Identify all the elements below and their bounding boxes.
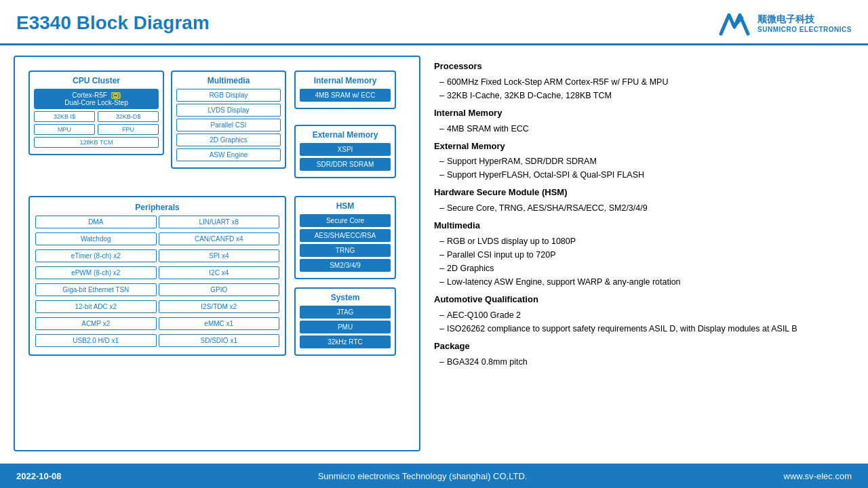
peri-col1-4: Giga-bit Ethernet TSN (35, 283, 157, 296)
cpu-mpu-fpu-row: MPU FPU (34, 124, 159, 135)
mm-spec-1: – Parallel CSI input up to 720P (439, 248, 854, 262)
processors-title: Processors (434, 60, 854, 74)
fpu-cell: FPU (98, 124, 159, 135)
system-title: System (300, 293, 391, 302)
logo-area: 顺微电子科技 SUNMICRO ELECTRONICS (717, 8, 852, 38)
cpu-tcm-row: 128KB TCM (34, 137, 159, 148)
mm-item-2: Parallel CSI (176, 119, 281, 131)
ext-mem-item-1: SDR/DDR SDRAM (300, 158, 391, 171)
package-title: Package (434, 340, 854, 354)
footer-date: 2022-10-08 (16, 471, 62, 481)
mm-item-0: RGB Display (176, 89, 281, 102)
peri-col1-3: ePWM (8-ch) x2 (35, 266, 157, 279)
package-0: – BGA324 0.8mm pitch (439, 355, 854, 369)
internal-memory-title: Internal Memory (300, 76, 391, 85)
peri-col1-1: Watchdog (35, 232, 157, 245)
sunmicro-logo-icon (717, 8, 752, 38)
logo-english-text: SUNMICRO ELECTRONICS (757, 26, 852, 33)
hsm-item-0: Secure Core (300, 214, 391, 227)
link-icon (111, 92, 121, 99)
footer-company: Sunmicro electronics Technology (shangha… (318, 471, 528, 481)
auto-qual-title: Automotive Qualification (434, 293, 854, 307)
peri-col2-3: I2C x4 (159, 266, 280, 279)
internal-mem-item-0: 4MB SRAM w/ ECC (300, 89, 391, 102)
mm-item-4: ASW Engine (176, 148, 281, 161)
cpu-core-label: Cortex-R5F (72, 92, 107, 99)
proc-item-0: – 600MHz Fixed Lock-Step ARM Cortex-R5F … (439, 75, 854, 89)
hsm-item-3: SM2/3/4/9 (300, 259, 391, 272)
peri-col2-1: CAN/CANFD x4 (159, 232, 280, 245)
tcm-cell: 128KB TCM (34, 137, 159, 148)
external-memory-title: External Memory (300, 130, 391, 140)
mm-spec-3: – Low-latency ASW Engine, support WARP &… (439, 275, 854, 289)
logo-text-block: 顺微电子科技 SUNMICRO ELECTRONICS (757, 14, 852, 33)
cpu-lock-step-label: Dual-Core Lock-Step (64, 99, 127, 106)
mm-item-3: 2D Graphics (176, 134, 281, 146)
main-content: CPU Cluster Cortex-R5F Dual-Core Lock-St… (0, 45, 868, 458)
peri-col2-2: SPI x4 (159, 249, 280, 262)
peri-col1-0: DMA (35, 216, 157, 228)
logo-chinese-text: 顺微电子科技 (757, 14, 814, 26)
proc-item-1: – 32KB I-Cache, 32KB D-Cache, 128KB TCM (439, 89, 854, 102)
peri-col2-7: SD/SDIO x1 (159, 334, 280, 347)
system-item-1: PMU (300, 321, 391, 333)
dcache-cell: 32KB-D$ (98, 111, 159, 122)
mm-item-1: LVDS Display (176, 104, 281, 117)
hsm-title: HSM (300, 201, 391, 211)
multimedia-spec-title: Multimedia (434, 219, 854, 233)
multimedia-title: Multimedia (176, 76, 281, 85)
internal-memory-box: Internal Memory 4MB SRAM w/ ECC (294, 70, 396, 109)
ext-mem-spec-0: – Support HyperRAM, SDR/DDR SDRAM (439, 155, 854, 168)
peri-col1-7: USB2.0 H/D x1 (35, 334, 157, 347)
auto-qual-1: – ISO26262 compliance to support safety … (439, 322, 854, 336)
mm-spec-0: – RGB or LVDS display up to 1080P (439, 235, 854, 248)
hsm-item-2: TRNG (300, 244, 391, 257)
cpu-cache-row: 32KB I$ 32KB-D$ (34, 111, 159, 122)
external-memory-spec-title: External Memory (434, 140, 854, 154)
peri-col1-2: eTimer (8-ch) x2 (35, 249, 157, 262)
cpu-cluster-title: CPU Cluster (34, 76, 159, 85)
peri-col2-4: GPIO (159, 283, 280, 296)
cpu-cluster-box: CPU Cluster Cortex-R5F Dual-Core Lock-St… (28, 70, 164, 155)
hsm-item-1: AES/SHA/ECC/RSA (300, 229, 391, 242)
peri-col2-5: I2S/TDM x2 (159, 300, 280, 313)
multimedia-box: Multimedia RGB Display LVDS Display Para… (171, 70, 286, 169)
peri-col2-6: eMMC x1 (159, 317, 280, 330)
internal-memory-spec-title: Internal Memory (434, 106, 854, 121)
hsm-spec-0: – Secure Core, TRNG, AES/SHA/RSA/ECC, SM… (439, 201, 854, 215)
peri-col1-5: 12-bit ADC x2 (35, 300, 157, 313)
int-mem-spec-0: – 4MB SRAM with ECC (439, 122, 854, 136)
header: E3340 Block Diagram 顺微电子科技 SUNMICRO ELEC… (0, 0, 868, 45)
block-diagram: CPU Cluster Cortex-R5F Dual-Core Lock-St… (14, 56, 420, 451)
cpu-core-box: Cortex-R5F Dual-Core Lock-Step (34, 89, 159, 109)
system-item-2: 32kHz RTC (300, 336, 391, 348)
peripherals-title: Peripherals (35, 203, 279, 212)
icache-cell: 32KB I$ (34, 111, 95, 122)
peripherals-grid: DMA LIN/UART x8 Watchdog CAN/CANFD x4 eT… (35, 216, 279, 349)
page-title: E3340 Block Diagram (16, 12, 210, 34)
svg-rect-0 (111, 93, 120, 98)
system-box: System JTAG PMU 32kHz RTC (294, 287, 396, 356)
svg-rect-1 (113, 94, 118, 97)
hsm-spec-title: Hardware Secure Module (HSM) (434, 186, 854, 200)
footer: 2022-10-08 Sunmicro electronics Technolo… (0, 464, 868, 488)
auto-qual-0: – AEC-Q100 Grade 2 (439, 308, 854, 322)
mm-spec-2: – 2D Graphics (439, 262, 854, 275)
diagram-wrapper: CPU Cluster Cortex-R5F Dual-Core Lock-St… (22, 64, 412, 443)
specs-panel: Processors – 600MHz Fixed Lock-Step ARM … (434, 52, 854, 451)
peripherals-box: Peripherals DMA LIN/UART x8 Watchdog CAN… (28, 196, 286, 356)
system-item-0: JTAG (300, 306, 391, 319)
ext-mem-item-0: XSPI (300, 143, 391, 156)
ext-mem-spec-1: – Support HyperFLASH, Octal-SPI & Qual-S… (439, 168, 854, 182)
external-memory-box: External Memory XSPI SDR/DDR SDRAM (294, 125, 396, 178)
hsm-box: HSM Secure Core AES/SHA/ECC/RSA TRNG SM2… (294, 196, 396, 279)
mpu-cell: MPU (34, 124, 95, 135)
peri-col1-6: ACMP x2 (35, 317, 157, 330)
footer-url: www.sv-elec.com (784, 471, 852, 481)
peri-col2-0: LIN/UART x8 (159, 216, 280, 228)
